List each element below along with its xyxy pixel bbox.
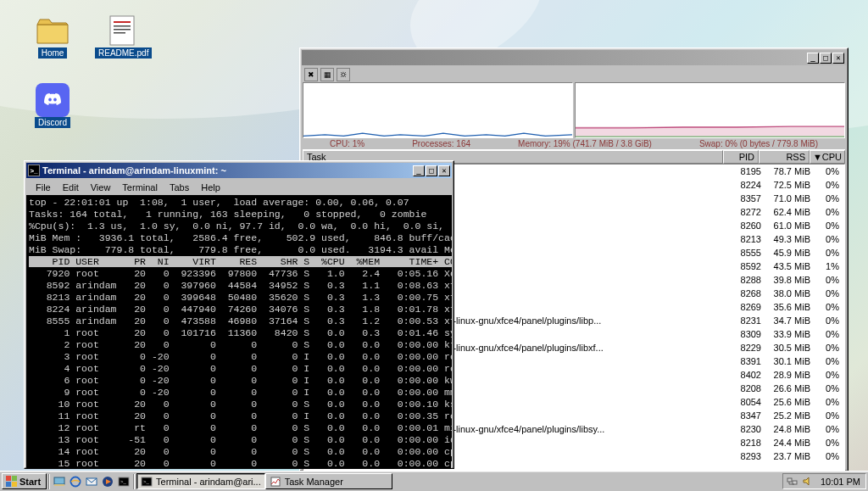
close-button[interactable]: ✕ [438, 165, 450, 176]
cell-cpu: 0% [810, 193, 843, 204]
cell-rss: 34.7 MiB [761, 315, 810, 326]
quicklaunch: >_ [52, 473, 131, 489]
divider [48, 474, 50, 489]
cell-cpu: 0% [810, 370, 843, 380]
tool-graph-icon[interactable]: ▦ [320, 68, 334, 81]
close-button[interactable]: ✕ [832, 53, 844, 64]
cell-cpu: 0% [810, 410, 843, 421]
mem-stat: Memory: 19% (741.7 MiB / 3.8 GiB) [518, 139, 652, 148]
clock[interactable]: 10:01 PM [817, 477, 860, 487]
taskbar-task-terminal[interactable]: >_ Terminal - arindam@ari... [136, 473, 265, 489]
maximize-button[interactable]: □ [426, 165, 437, 176]
task-label: Terminal - arindam@ari... [156, 477, 261, 487]
cell-pid: 8230 [727, 424, 761, 434]
cell-rss: 71.0 MiB [761, 193, 810, 204]
cell-cpu: 0% [810, 424, 843, 434]
svg-rect-0 [110, 16, 134, 45]
tray-network-icon[interactable] [787, 476, 798, 488]
svg-point-5 [48, 98, 52, 102]
swap-stat: Swap: 0% (0 bytes / 779.8 MiB) [699, 139, 818, 148]
cell-pid: 8592 [727, 261, 761, 271]
menu-terminal[interactable]: Terminal [116, 181, 164, 193]
desktop-icon-discord[interactable]: Discord [25, 85, 80, 128]
cell-pid: 8195 [727, 166, 761, 176]
ql-desktop-icon[interactable] [52, 474, 67, 489]
cell-rss: 39.8 MiB [761, 275, 810, 285]
pdf-icon [105, 15, 139, 46]
cell-cpu: 1% [810, 261, 843, 271]
terminal-titlebar[interactable]: >_ Terminal - arindam@arindam-linuxmint:… [26, 163, 452, 178]
tray-volume-icon[interactable] [802, 476, 814, 488]
desktop-icon-home[interactable]: Home [25, 15, 80, 59]
svg-text:>_: >_ [143, 479, 150, 484]
cell-pid: 8213 [727, 234, 761, 244]
desktop-icon-label: Discord [35, 117, 70, 128]
svg-point-6 [53, 98, 57, 102]
cell-pid: 8054 [727, 397, 761, 407]
taskmanager-icon [270, 476, 281, 488]
discord-icon [36, 85, 70, 115]
menu-help[interactable]: Help [195, 181, 226, 193]
cell-rss: 28.9 MiB [761, 370, 810, 380]
terminal-window[interactable]: >_ Terminal - arindam@arindam-linuxmint:… [24, 160, 454, 469]
minimize-button[interactable]: _ [807, 53, 819, 64]
cell-cpu: 0% [810, 166, 843, 176]
maximize-button[interactable]: □ [820, 53, 832, 64]
stats-row: CPU: 1% Processes: 164 Memory: 19% (741.… [303, 139, 845, 148]
svg-rect-18 [271, 477, 280, 486]
cell-pid: 8402 [727, 370, 761, 380]
ql-terminal-icon[interactable]: >_ [116, 474, 131, 489]
taskmanager-titlebar[interactable]: _ □ ✕ [302, 50, 846, 65]
cell-pid: 8260 [727, 220, 761, 231]
svg-rect-2 [114, 25, 131, 27]
col-cpu[interactable]: ▼ CPU [810, 150, 845, 164]
ql-outlook-icon[interactable] [84, 474, 99, 489]
cell-pid: 8272 [727, 207, 761, 217]
cell-cpu: 0% [810, 343, 843, 353]
task-label: Task Manager [285, 477, 343, 487]
desktop-icon-label: Home [38, 47, 68, 59]
cell-rss: 33.9 MiB [761, 329, 810, 339]
cell-pid: 8208 [727, 383, 761, 393]
cell-rss: 45.9 MiB [761, 248, 810, 258]
folder-icon [36, 15, 70, 46]
cell-rss: 25.2 MiB [761, 410, 810, 421]
cell-cpu: 0% [810, 288, 843, 299]
cell-cpu: 0% [810, 248, 843, 258]
tool-settings-icon[interactable]: ✖ [304, 68, 318, 81]
cell-cpu: 0% [810, 383, 843, 393]
cell-pid: 8309 [727, 329, 761, 339]
cpu-graph [303, 82, 573, 138]
cell-rss: 62.4 MiB [761, 207, 810, 217]
menu-edit[interactable]: Edit [57, 181, 85, 193]
start-label: Start [19, 477, 41, 487]
minimize-button[interactable]: _ [413, 165, 425, 176]
window-title: Terminal - arindam@arindam-linuxmint: ~ [42, 165, 413, 176]
cell-rss: 35.6 MiB [761, 302, 810, 312]
menu-file[interactable]: File [30, 181, 57, 193]
svg-rect-4 [114, 32, 125, 34]
ql-ie-icon[interactable] [68, 474, 83, 489]
terminal-icon: >_ [28, 165, 40, 176]
cpu-stat: CPU: 1% [330, 139, 364, 148]
svg-rect-9 [54, 484, 64, 486]
system-tray: 10:01 PM [782, 473, 866, 489]
tool-filter-icon[interactable]: ⛭ [337, 68, 350, 81]
memory-graph [575, 82, 845, 138]
menu-view[interactable]: View [85, 181, 117, 193]
terminal-body[interactable]: top - 22:01:01 up 1:08, 1 user, load ave… [26, 195, 452, 468]
col-rss[interactable]: RSS [759, 150, 810, 164]
cell-rss: 30.1 MiB [761, 356, 810, 366]
menu-tabs[interactable]: Tabs [164, 181, 195, 193]
ql-media-icon[interactable] [100, 474, 115, 489]
windows-flag-icon [5, 476, 17, 488]
cell-rss: 25.6 MiB [761, 397, 810, 407]
desktop-icon-readme[interactable]: README.pdf [95, 15, 149, 59]
cell-pid: 8357 [727, 193, 761, 204]
start-button[interactable]: Start [2, 473, 47, 489]
divider [133, 474, 135, 489]
cell-pid: 8231 [727, 315, 761, 326]
desktop-icon-label: README.pdf [95, 47, 152, 59]
taskbar-task-taskmanager[interactable]: Task Manager [265, 473, 392, 489]
col-pid[interactable]: PID [723, 150, 759, 164]
